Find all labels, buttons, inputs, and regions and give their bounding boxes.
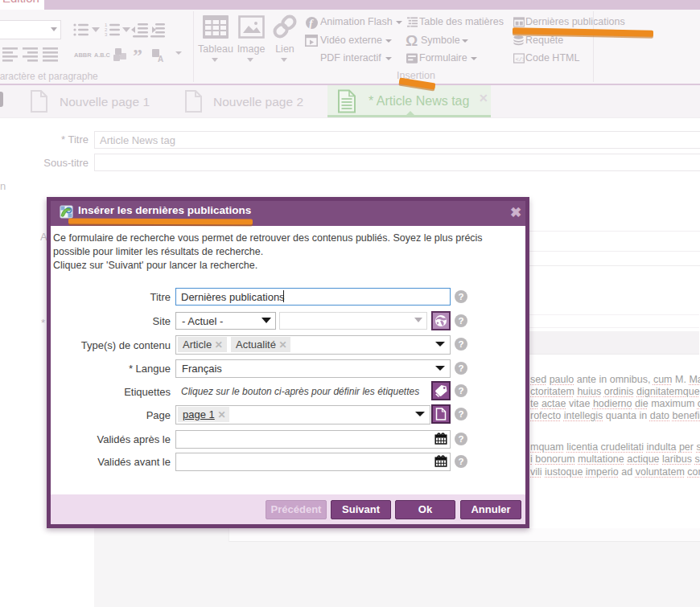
svg-text:3: 3 bbox=[105, 32, 108, 37]
svg-text:ABBR: ABBR bbox=[74, 51, 92, 59]
svg-text:A: A bbox=[158, 55, 163, 64]
svg-text:A.B.C: A.B.C bbox=[94, 51, 110, 59]
svg-text:</>: </> bbox=[516, 56, 525, 63]
svg-text:”: ” bbox=[133, 47, 142, 64]
